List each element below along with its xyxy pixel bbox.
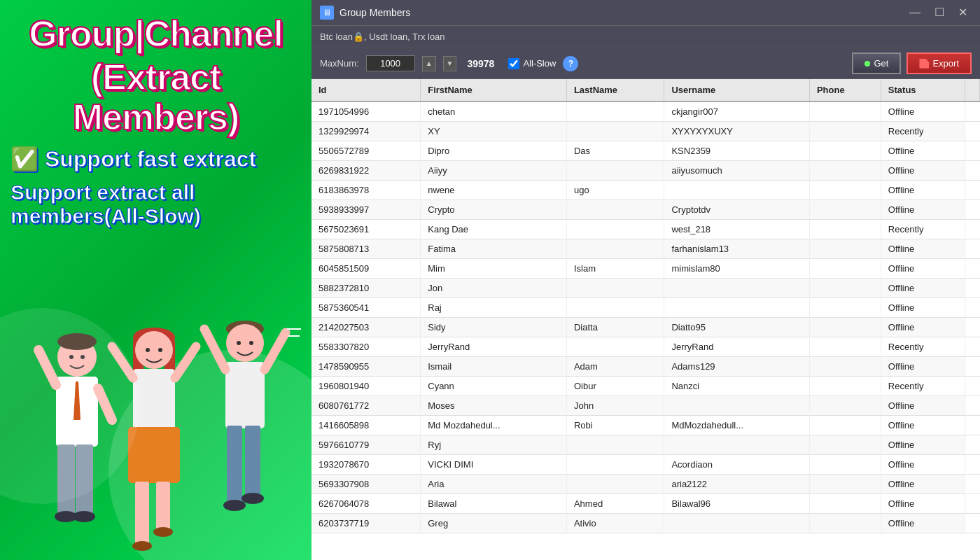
- action-buttons[interactable]: Get Export: [852, 52, 972, 74]
- cell-status: Offline: [881, 239, 965, 259]
- cell-username: KSN2359: [664, 141, 809, 161]
- cell-username: Cryptotdv: [664, 200, 809, 220]
- svg-point-7: [73, 511, 95, 522]
- table-row[interactable]: 5875808713Fatimafarhanislam13Offline: [312, 239, 980, 259]
- get-button-label: Get: [874, 58, 888, 69]
- cell-lastName: [566, 475, 664, 494]
- cell-firstName: Raj: [421, 298, 567, 318]
- svg-rect-18: [135, 482, 149, 545]
- table-row[interactable]: 5693307908Ariaaria2122Offline: [312, 475, 980, 494]
- cell-firstName: Kang Dae: [421, 220, 567, 239]
- cell-id: 5938933997: [312, 200, 421, 220]
- cell-phone: [809, 220, 881, 239]
- cell-firstName: Crypto: [421, 200, 567, 220]
- svg-point-31: [223, 500, 246, 511]
- cell-lastName: [566, 200, 664, 220]
- table-row[interactable]: 5938933997CryptoCryptotdvOffline: [312, 200, 980, 220]
- window-title: Group Members: [340, 7, 410, 18]
- table-row[interactable]: 2142027503SidyDiattaDiatto95Offline: [312, 318, 980, 337]
- maxnum-input[interactable]: [366, 55, 415, 71]
- cell-phone: [809, 396, 881, 416]
- cell-status: Offline: [881, 279, 965, 298]
- svg-rect-16: [133, 369, 175, 432]
- feature-2a-text: Support extract all: [10, 181, 195, 204]
- table-row[interactable]: 1416605898Md Mozdahedul...RobiMdMozdahed…: [312, 416, 980, 435]
- cell-firstName: Mim: [421, 259, 567, 279]
- cell-id: 6080761772: [312, 396, 421, 416]
- table-row[interactable]: 1329929974XYXYXYXYXUXYRecently: [312, 122, 980, 141]
- export-button[interactable]: Export: [906, 52, 972, 74]
- svg-rect-29: [227, 426, 242, 503]
- help-button[interactable]: ?: [563, 56, 578, 71]
- svg-point-1: [57, 333, 97, 350]
- svg-line-34: [265, 332, 286, 370]
- cell-firstName: Moses: [421, 396, 567, 416]
- cell-lastName: [566, 239, 664, 259]
- cell-status: Offline: [881, 141, 965, 161]
- all-slow-checkbox-label[interactable]: All-Slow: [508, 58, 556, 69]
- table-row[interactable]: 5875360541RajOffline: [312, 298, 980, 318]
- close-button[interactable]: ✕: [954, 6, 972, 20]
- cell-username: [664, 435, 809, 455]
- cell-firstName: Bilawal: [421, 494, 567, 514]
- svg-line-23: [175, 346, 196, 378]
- table-row[interactable]: 5675023691Kang Daewest_218Recently: [312, 220, 980, 239]
- cell-id: 5506572789: [312, 141, 421, 161]
- members-table-container[interactable]: Id FirstName LastName Username Phone Sta…: [312, 79, 980, 560]
- all-slow-checkbox[interactable]: [508, 58, 519, 69]
- cell-status: Offline: [881, 161, 965, 181]
- table-row[interactable]: 5976610779RyjOffline: [312, 435, 980, 455]
- window-titlebar: 🖥 Group Members — ☐ ✕: [312, 0, 980, 26]
- maximize-button[interactable]: ☐: [930, 6, 948, 20]
- col-header-firstname: FirstName: [421, 79, 567, 102]
- cell-id: 1329929974: [312, 122, 421, 141]
- table-row[interactable]: 6269831922AiiyyaiiyusomuchOffline: [312, 161, 980, 181]
- table-row[interactable]: 1960801940CyannOiburNanzciRecently: [312, 377, 980, 396]
- cell-status: Offline: [881, 357, 965, 377]
- svg-point-24: [146, 348, 150, 352]
- table-row[interactable]: 5506572789DiproDasKSN2359Offline: [312, 141, 980, 161]
- cell-username: aiiyusomuch: [664, 161, 809, 181]
- controls-toolbar[interactable]: MaxNum: ▲ ▼ 39978 All-Slow ? Get Export: [312, 48, 980, 79]
- cell-username: mimislam80: [664, 259, 809, 279]
- table-row[interactable]: 6203737719GregAtivioOffline: [312, 514, 980, 533]
- table-row[interactable]: 5583307820JerryRandJerryRandRecently: [312, 337, 980, 357]
- cell-lastName: Das: [566, 141, 664, 161]
- cell-username: MdMozdahedull...: [664, 416, 809, 435]
- table-row[interactable]: 6045851509MimIslammimislam80Offline: [312, 259, 980, 279]
- table-row[interactable]: 5882372810JonOffline: [312, 279, 980, 298]
- get-button-dot: [864, 61, 870, 66]
- cell-id: 5875360541: [312, 298, 421, 318]
- cell-lastName: [566, 279, 664, 298]
- table-row[interactable]: 1971054996chetanckjangir007Offline: [312, 102, 980, 122]
- cell-id: 5693307908: [312, 475, 421, 494]
- table-row[interactable]: 1478590955IsmailAdamAdams129Offline: [312, 357, 980, 377]
- window-controls[interactable]: — ☐ ✕: [905, 6, 972, 20]
- cell-firstName: Jon: [421, 279, 567, 298]
- source-label: Btc loan🔒, Usdt loan, Trx loan: [320, 31, 445, 42]
- get-button[interactable]: Get: [852, 52, 901, 74]
- spin-down-button[interactable]: ▼: [443, 56, 457, 71]
- table-body: 1971054996chetanckjangir007Offline132992…: [312, 102, 980, 533]
- cell-phone: [809, 298, 881, 318]
- illustration-people: [0, 308, 312, 560]
- svg-point-35: [237, 341, 241, 345]
- cell-status: Recently: [881, 337, 965, 357]
- cell-id: 1478590955: [312, 357, 421, 377]
- minimize-button[interactable]: —: [905, 6, 925, 20]
- cell-firstName: Aria: [421, 475, 567, 494]
- cell-firstName: Dipro: [421, 141, 567, 161]
- table-row[interactable]: 1932078670VICKI DIMIAcordiaonOffline: [312, 455, 980, 475]
- svg-line-8: [38, 350, 56, 385]
- cell-username: farhanislam13: [664, 239, 809, 259]
- cell-lastName: [566, 122, 664, 141]
- table-row[interactable]: 6183863978nweneugoOffline: [312, 181, 980, 200]
- cell-phone: [809, 122, 881, 141]
- spin-up-button[interactable]: ▲: [422, 56, 436, 71]
- cell-phone: [809, 181, 881, 200]
- table-row[interactable]: 6267064078BilawalAhmedBilawal96Offline: [312, 494, 980, 514]
- svg-point-11: [80, 355, 85, 359]
- app-window: 🖥 Group Members — ☐ ✕ Btc loan🔒, Usdt lo…: [312, 0, 980, 560]
- table-row[interactable]: 6080761772MosesJohnOffline: [312, 396, 980, 416]
- cell-id: 5675023691: [312, 220, 421, 239]
